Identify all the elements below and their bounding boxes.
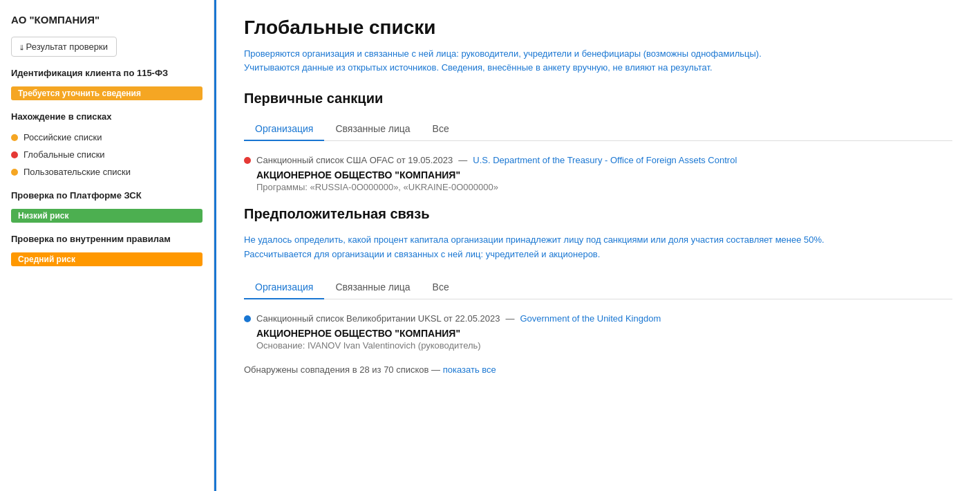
presumptive-sanction-entry-0: Санкционный список Великобритании UKSL о…: [244, 313, 952, 351]
lists-title: Нахождение в списках: [11, 111, 202, 122]
tab-primary-all[interactable]: Все: [422, 118, 460, 141]
result-button[interactable]: ↓ ↓ Результат проверки: [11, 37, 117, 57]
russian-lists-label: Российские списки: [23, 132, 102, 142]
sanction-list-label: Санкционный список США OFAC от 19.05.202…: [256, 155, 453, 165]
presumptive-sanction-header: Санкционный список Великобритании UKSL о…: [244, 313, 952, 324]
tab-presumptive-all[interactable]: Все: [422, 276, 460, 299]
primary-sanctions-tabs: Организация Связанные лица Все: [244, 118, 952, 141]
presumptive-sanction-body: АКЦИОНЕРНОЕ ОБЩЕСТВО "КОМПАНИЯ" Основани…: [244, 328, 952, 351]
page-title: Глобальные списки: [244, 17, 952, 39]
presumptive-entity-name: АКЦИОНЕРНОЕ ОБЩЕСТВО "КОМПАНИЯ": [256, 328, 952, 339]
presumptive-description: Не удалось определить, какой процент кап…: [244, 233, 952, 262]
presumptive-basis: Основание: IVANOV Ivan Valentinovich (ру…: [256, 340, 952, 351]
result-button-label: ↓ Результат проверки: [19, 41, 109, 52]
dot-orange-icon: [11, 134, 18, 141]
presumptive-title: Предположительная связь: [244, 206, 952, 222]
show-all-link[interactable]: показать все: [443, 364, 496, 375]
sidebar-item-global-lists[interactable]: Глобальные списки: [11, 147, 202, 162]
dot-red-icon: [11, 151, 18, 158]
sidebar-section-lists: Нахождение в списках Российские списки Г…: [11, 111, 202, 179]
sanction-body: АКЦИОНЕРНОЕ ОБЩЕСТВО "КОМПАНИЯ" Программ…: [244, 169, 952, 192]
summary-line: Обнаружены совпадения в 28 из 70 списков…: [244, 364, 952, 375]
internal-title: Проверка по внутренним правилам: [11, 234, 202, 244]
blue-dot-icon: [244, 315, 251, 322]
presumptive-separator: —: [505, 313, 514, 324]
subtitle-line2: Учитываются данные из открытых источнико…: [244, 62, 713, 73]
subtitle-line1: Проверяются организация и связанные с не…: [244, 48, 762, 59]
sidebar-item-russian-lists[interactable]: Российские списки: [11, 130, 202, 145]
separator: —: [458, 155, 467, 165]
sidebar-section-zsk: Проверка по Платформе ЗСК Низкий риск: [11, 190, 202, 223]
page-subtitle: Проверяются организация и связанные с не…: [244, 47, 952, 74]
tab-presumptive-organization[interactable]: Организация: [244, 276, 324, 299]
zsk-badge: Низкий риск: [11, 209, 202, 223]
sanction-source-link[interactable]: U.S. Department of the Treasury - Office…: [473, 155, 737, 165]
presumptive-line1: Не удалось определить, какой процент кап…: [244, 234, 824, 245]
presumptive-line2: Рассчитывается для организации и связанн…: [244, 249, 600, 259]
sidebar: АО "КОМПАНИЯ" ↓ ↓ Результат проверки Иде…: [0, 0, 214, 491]
sanction-programs: Программы: «RUSSIA-0О000000», «UKRAINE-0…: [256, 182, 952, 192]
summary-text: Обнаружены совпадения в 28 из 70 списков…: [244, 364, 440, 375]
presumptive-source-link[interactable]: Government of the United Kingdom: [520, 313, 661, 324]
tab-primary-related[interactable]: Связанные лица: [324, 118, 421, 141]
global-lists-label: Глобальные списки: [23, 149, 105, 160]
tab-presumptive-related[interactable]: Связанные лица: [324, 276, 421, 299]
internal-badge: Средний риск: [11, 252, 202, 266]
primary-sanction-entry-0: Санкционный список США OFAC от 19.05.202…: [244, 155, 952, 192]
zsk-title: Проверка по Платформе ЗСК: [11, 190, 202, 201]
user-lists-label: Пользовательские списки: [23, 167, 131, 177]
sanction-header: Санкционный список США OFAC от 19.05.202…: [244, 155, 952, 165]
sanction-entity-name: АКЦИОНЕРНОЕ ОБЩЕСТВО "КОМПАНИЯ": [256, 169, 952, 180]
sidebar-item-user-lists[interactable]: Пользовательские списки: [11, 165, 202, 179]
company-name: АО "КОМПАНИЯ": [11, 14, 202, 26]
main-content: Глобальные списки Проверяются организаци…: [216, 0, 980, 491]
presumptive-tabs: Организация Связанные лица Все: [244, 276, 952, 299]
dot-orange2-icon: [11, 169, 18, 176]
sidebar-section-identification: Идентификация клиента по 115-ФЗ Требуетс…: [11, 68, 202, 100]
tab-primary-organization[interactable]: Организация: [244, 118, 324, 141]
primary-sanctions-title: Первичные санкции: [244, 91, 952, 106]
red-dot-icon: [244, 157, 251, 164]
identification-title: Идентификация клиента по 115-ФЗ: [11, 68, 202, 78]
identification-badge: Требуется уточнить сведения: [11, 86, 202, 100]
presumptive-list-label: Санкционный список Великобритании UKSL о…: [256, 313, 500, 324]
sidebar-section-internal: Проверка по внутренним правилам Средний …: [11, 234, 202, 266]
